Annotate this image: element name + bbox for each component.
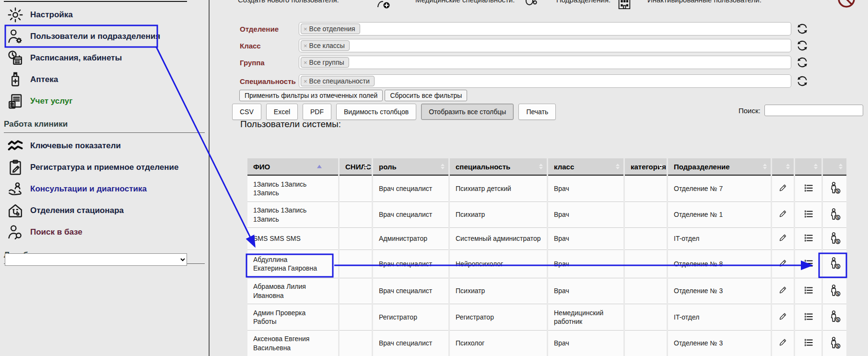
sort-icon: [839, 164, 843, 169]
sidebar-item-label: Поиск в базе: [30, 227, 82, 237]
column-header[interactable]: Подразделение: [668, 158, 771, 176]
apply-filters-button[interactable]: Применить фильтры из отмеченных полей: [239, 90, 383, 101]
topbar-link-ban[interactable]: Инактивированные пользователи:: [647, 0, 762, 4]
edit-user-button[interactable]: [777, 336, 789, 350]
user-details-button[interactable]: [802, 182, 815, 196]
ban-icon[interactable]: [836, 0, 857, 10]
stethoscope-icon[interactable]: [521, 0, 539, 10]
user-plus-icon[interactable]: [374, 0, 391, 10]
column-header-actions[interactable]: [772, 158, 794, 176]
search-label: Поиск:: [739, 107, 761, 115]
sidebar-item[interactable]: Расписания, кабинеты: [0, 47, 209, 69]
export-button[interactable]: CSV: [232, 104, 261, 120]
table-search: Поиск:: [739, 105, 863, 116]
export-button[interactable]: Печать: [518, 104, 556, 120]
chip-remove-icon[interactable]: ×: [304, 25, 307, 33]
user-services-button[interactable]: S: [827, 256, 842, 272]
column-header[interactable]: специальность: [450, 158, 547, 176]
user-details-button[interactable]: [802, 310, 815, 324]
export-button[interactable]: Excel: [266, 104, 298, 120]
filter-row: Отделение×Все отделения: [211, 22, 868, 36]
column-header-actions[interactable]: [823, 158, 846, 176]
user-services-button[interactable]: S: [827, 207, 842, 223]
sidebar-item[interactable]: Консультации и диагностика: [0, 178, 209, 200]
refresh-icon[interactable]: [796, 75, 809, 87]
user-services-button[interactable]: S: [827, 283, 842, 299]
building-icon[interactable]: [616, 0, 633, 10]
refresh-icon[interactable]: [796, 39, 809, 52]
svg-text:S: S: [837, 239, 839, 243]
filter-chip: ×Все специальности: [301, 76, 375, 86]
list-icon: [803, 311, 814, 322]
sidebar-item-label: Расписания, кабинеты: [30, 53, 122, 63]
sidebar-item[interactable]: Регистратура и приемное отделение: [0, 156, 209, 178]
table-cell: Врач: [548, 202, 623, 228]
user-dollar-icon: S: [828, 208, 841, 221]
user-services-button[interactable]: S: [827, 335, 842, 352]
sidebar-top-rule: [4, 1, 187, 2]
column-header[interactable]: СНИЛС: [340, 158, 372, 176]
sidebar-item[interactable]: Учет услуг: [0, 90, 209, 112]
column-header[interactable]: роль: [373, 158, 448, 176]
column-header[interactable]: класс: [548, 158, 623, 176]
table-cell-action: [795, 176, 821, 202]
sidebar-item[interactable]: Настройка: [0, 4, 209, 25]
table-cell: Врач: [548, 250, 623, 278]
chip-remove-icon[interactable]: ×: [304, 59, 307, 66]
sidebar-item-label: Пользователи и подразделения: [30, 32, 160, 41]
filter-multiselect[interactable]: ×Все отделения: [299, 22, 791, 36]
edit-user-button[interactable]: [777, 182, 789, 196]
edit-user-button[interactable]: [777, 208, 789, 222]
filter-multiselect[interactable]: ×Все классы: [299, 39, 791, 52]
refresh-icon[interactable]: [796, 23, 809, 35]
chip-remove-icon[interactable]: ×: [304, 78, 307, 85]
edit-user-button[interactable]: [777, 232, 789, 246]
column-header[interactable]: категория: [625, 158, 667, 176]
column-header-actions[interactable]: [795, 158, 821, 176]
filter-actions: Применить фильтры из отмеченных полей Сб…: [239, 90, 467, 101]
table-cell-action: [772, 278, 794, 304]
topbar-link-building[interactable]: Подразделения:: [556, 0, 610, 4]
sidebar-item[interactable]: Аптека: [0, 69, 209, 90]
user-details-button[interactable]: [802, 336, 815, 350]
user-details-button[interactable]: [802, 284, 815, 298]
user-details-button[interactable]: [802, 232, 815, 246]
table-cell-action: [772, 228, 794, 250]
user-details-button[interactable]: [802, 257, 815, 271]
topbar-link-user-plus[interactable]: Создать нового пользователя:: [238, 0, 339, 4]
filter-multiselect[interactable]: ×Все специальности: [299, 74, 791, 88]
sidebar-item[interactable]: Ключевые показатели: [0, 135, 209, 156]
topbar-link-stethoscope[interactable]: Медицинские специальности:: [415, 0, 515, 4]
user-services-button[interactable]: S: [827, 309, 842, 325]
edit-user-button[interactable]: [777, 310, 789, 324]
sidebar-item-label: Настройка: [30, 10, 73, 20]
edit-icon: [778, 285, 788, 296]
filter-multiselect[interactable]: ×Все группы: [299, 56, 791, 69]
svg-text:S: S: [837, 318, 839, 322]
export-button[interactable]: Отобразить все столбцы: [421, 104, 514, 120]
table-row: Аксенова Евгения ВасильевнаВрач специали…: [247, 331, 846, 356]
edit-user-button[interactable]: [777, 284, 789, 298]
column-header[interactable]: ФИО: [247, 158, 338, 176]
user-dollar-icon: S: [828, 284, 841, 297]
export-button[interactable]: PDF: [303, 104, 331, 120]
table-cell: Психолог: [450, 331, 547, 356]
user-details-button[interactable]: [802, 208, 815, 222]
list-icon: [803, 233, 814, 243]
refresh-icon[interactable]: [796, 56, 809, 69]
sidebar-item[interactable]: Пользователи и подразделения: [0, 25, 209, 47]
services-icon: [7, 93, 24, 110]
export-button[interactable]: Видимость столбцов: [336, 104, 416, 120]
user-services-button[interactable]: S: [827, 231, 842, 247]
user-services-button[interactable]: S: [827, 180, 842, 197]
department-select[interactable]: [5, 253, 187, 266]
search-input[interactable]: [764, 105, 863, 116]
reset-filters-button[interactable]: Сбросить все фильтры: [385, 90, 467, 101]
chip-remove-icon[interactable]: ×: [304, 42, 307, 49]
column-label: класс: [554, 163, 574, 171]
sidebar-item-label: Аптека: [30, 75, 58, 84]
sidebar-item[interactable]: Отделения стационара: [0, 200, 209, 221]
edit-user-button[interactable]: [777, 257, 789, 271]
table-cell: [625, 176, 667, 202]
sidebar-item[interactable]: Поиск в базе: [0, 221, 209, 243]
